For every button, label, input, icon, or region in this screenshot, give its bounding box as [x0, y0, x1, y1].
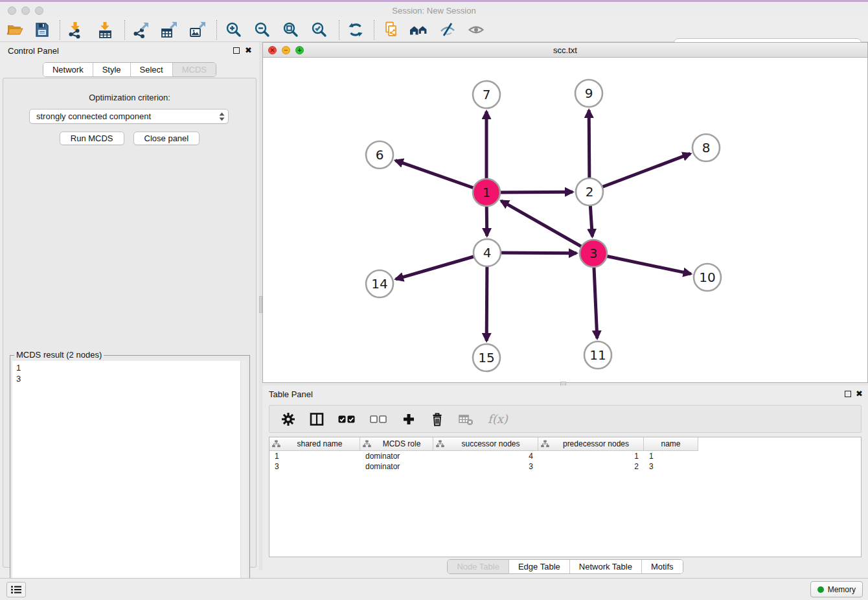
import-table-icon[interactable] [96, 19, 115, 40]
show-columns-icon[interactable] [310, 412, 324, 426]
open-session-icon[interactable] [5, 19, 25, 40]
tab-network-table[interactable]: Network Table [569, 560, 641, 573]
task-history-button[interactable] [6, 582, 26, 597]
graph-node-2[interactable]: 2 [576, 178, 603, 205]
column-header-name[interactable]: name [644, 437, 698, 451]
column-header-predecessor-nodes[interactable]: predecessor nodes [538, 437, 644, 451]
table-cell[interactable]: 3 [644, 461, 698, 472]
export-image-icon[interactable] [188, 19, 207, 40]
mcds-result-text-area[interactable]: 1 3 [12, 361, 247, 597]
table-cell[interactable]: 1 [538, 451, 644, 461]
table-cell[interactable]: 2 [538, 461, 644, 472]
optimization-criterion-select[interactable]: strongly connected component [29, 109, 229, 124]
svg-text:3: 3 [589, 246, 598, 261]
table-settings-gear-icon[interactable] [281, 412, 295, 426]
node-table-body: 1dominator4113dominator323 [269, 451, 861, 472]
stepper-arrows-icon [218, 111, 225, 122]
hide-graphics-details-icon[interactable] [438, 19, 457, 40]
memory-button[interactable]: Memory [810, 581, 863, 597]
main-toolbar [0, 17, 868, 42]
graph-node-11[interactable]: 11 [584, 341, 611, 369]
network-window-title: scc.txt [263, 45, 867, 55]
column-header-successor-nodes[interactable]: successor nodes [433, 437, 538, 451]
refresh-icon[interactable] [346, 19, 365, 40]
tab-edge-table[interactable]: Edge Table [508, 560, 569, 573]
svg-text:2: 2 [586, 184, 594, 200]
mcds-result-box: MCDS result (2 nodes) 1 3 [10, 355, 250, 600]
tab-mcds[interactable]: MCDS [172, 63, 216, 76]
close-table-panel-icon[interactable]: ✖ [856, 389, 863, 399]
list-icon [10, 585, 22, 594]
graph-node-3[interactable]: 3 [580, 240, 607, 267]
column-header-shared-name[interactable]: shared name [269, 437, 360, 451]
table-panel: Table Panel ✖ f(x) shared nameMCDS roles… [262, 386, 868, 576]
close-panel-button[interactable]: Close panel [133, 132, 200, 145]
tab-motifs[interactable]: Motifs [641, 560, 683, 573]
svg-text:1: 1 [483, 185, 491, 200]
table-cell[interactable]: 1 [644, 451, 698, 461]
zoom-out-icon[interactable] [253, 19, 272, 40]
home-networks-icon[interactable] [409, 19, 429, 40]
graph-node-9[interactable]: 9 [575, 80, 602, 107]
save-session-icon[interactable] [32, 19, 52, 40]
svg-text:10: 10 [699, 270, 715, 285]
table-row[interactable]: 1dominator411 [269, 451, 861, 461]
function-builder-icon[interactable]: f(x) [488, 412, 508, 426]
zoom-selected-icon[interactable] [310, 19, 329, 40]
network-graph[interactable]: 7968124314101511 [263, 58, 867, 382]
edge-3-10[interactable] [593, 253, 691, 274]
select-all-checkboxes-icon[interactable] [338, 415, 356, 424]
import-network-icon[interactable] [66, 19, 86, 40]
float-table-panel-icon[interactable] [845, 391, 851, 397]
svg-text:7: 7 [483, 87, 491, 102]
deselect-all-checkboxes-icon[interactable] [370, 415, 387, 424]
tab-network[interactable]: Network [43, 63, 93, 76]
result-scrollbar[interactable] [240, 361, 247, 597]
export-table-icon[interactable] [159, 19, 179, 40]
column-header-MCDS-role[interactable]: MCDS role [360, 437, 433, 451]
graph-node-4[interactable]: 4 [474, 239, 501, 266]
table-cell[interactable]: 4 [433, 451, 538, 461]
table-cell[interactable]: dominator [360, 451, 433, 461]
session-title: Session: New Session [0, 6, 868, 16]
graph-node-8[interactable]: 8 [692, 134, 720, 161]
svg-text:6: 6 [376, 147, 384, 163]
show-graphics-details-icon[interactable] [466, 19, 486, 40]
table-row[interactable]: 3dominator323 [269, 461, 861, 472]
graph-node-7[interactable]: 7 [473, 81, 500, 108]
control-panel-title: Control Panel [8, 46, 59, 56]
tab-select[interactable]: Select [130, 63, 172, 76]
network-window-titlebar[interactable]: ✕ − + scc.txt [263, 43, 867, 58]
zoom-in-icon[interactable] [224, 19, 244, 40]
copy-network-icon[interactable] [382, 19, 401, 40]
table-panel-tabs: Node TableEdge TableNetwork TableMotifs [447, 559, 683, 574]
table-cell[interactable]: 3 [269, 461, 360, 472]
table-cell[interactable]: dominator [360, 461, 433, 472]
svg-text:15: 15 [478, 350, 494, 365]
float-panel-icon[interactable] [233, 47, 240, 54]
edge-1-6[interactable] [396, 161, 486, 192]
status-bar: Memory [0, 578, 868, 600]
close-panel-icon[interactable]: ✖ [245, 45, 252, 56]
delete-table-icon[interactable] [459, 413, 474, 426]
graph-node-6[interactable]: 6 [366, 141, 393, 168]
add-column-icon[interactable] [402, 412, 416, 426]
graph-node-1[interactable]: 1 [473, 179, 500, 206]
edge-3-1[interactable] [501, 201, 593, 253]
table-cell[interactable]: 1 [269, 451, 360, 461]
edge-2-8[interactable] [589, 154, 691, 192]
network-canvas[interactable]: 7968124314101511 [263, 58, 867, 382]
delete-column-trash-icon[interactable] [430, 411, 444, 427]
memory-status-dot [817, 586, 824, 593]
tab-node-table[interactable]: Node Table [448, 560, 508, 573]
tab-style[interactable]: Style [93, 63, 130, 76]
export-network-icon[interactable] [131, 19, 151, 40]
table-cell[interactable]: 3 [433, 461, 538, 472]
graph-node-10[interactable]: 10 [694, 264, 721, 291]
svg-text:4: 4 [483, 245, 492, 260]
zoom-fit-icon[interactable] [281, 19, 301, 40]
run-mcds-button[interactable]: Run MCDS [60, 132, 124, 145]
graph-node-14[interactable]: 14 [366, 270, 393, 297]
app-titlebar: Session: New Session [0, 0, 868, 17]
graph-node-15[interactable]: 15 [473, 344, 500, 371]
